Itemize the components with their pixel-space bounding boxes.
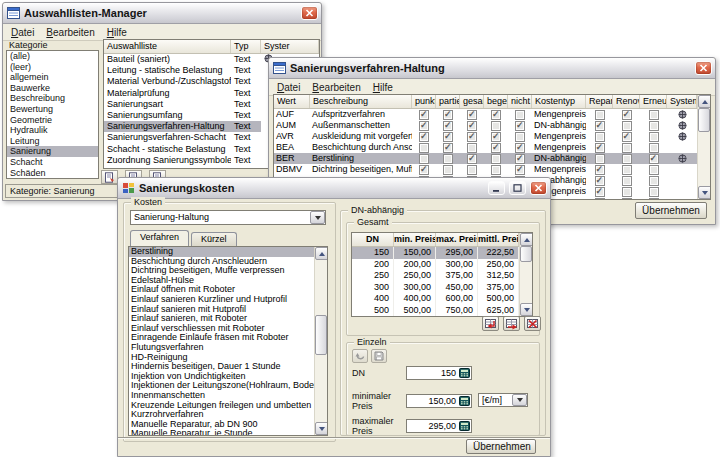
column-header[interactable]: Beschreibung xyxy=(310,95,412,108)
scroll-down-button[interactable] xyxy=(698,186,711,199)
check-erneuerung[interactable] xyxy=(649,110,659,120)
check-renovierung[interactable] xyxy=(622,198,632,200)
scroll-track[interactable] xyxy=(520,246,532,303)
add-price-row-button[interactable] xyxy=(482,316,499,331)
check-punktuell[interactable] xyxy=(419,132,429,142)
verfahren-item[interactable]: Manuelle Reparatur, ab DN 900 xyxy=(129,420,314,430)
column-header[interactable]: min. Preis xyxy=(394,233,436,246)
scroll-thumb[interactable] xyxy=(520,246,532,262)
scroll-up-button[interactable] xyxy=(315,247,328,260)
check-nicht-begehbar[interactable] xyxy=(515,121,525,131)
titlebar[interactable]: Sanierungsverfahren-Haltung xyxy=(269,58,715,79)
scroll-thumb[interactable] xyxy=(315,315,327,355)
column-header[interactable]: punktu xyxy=(412,95,436,108)
column-header[interactable]: Wert xyxy=(274,95,310,108)
check-punktuell[interactable] xyxy=(419,165,429,175)
verfahren-item[interactable]: Flutungsverfahren xyxy=(129,343,314,353)
kategorie-item[interactable]: Bewertung xyxy=(7,104,98,115)
check-partiell[interactable] xyxy=(443,110,453,120)
kategorie-item[interactable]: Geometrie xyxy=(7,115,98,126)
check-punktuell[interactable] xyxy=(419,154,429,164)
check-gesamt[interactable] xyxy=(467,165,477,175)
verfahren-item[interactable]: Beschichtung durch Anschleudern xyxy=(129,257,314,267)
check-partiell[interactable] xyxy=(443,154,453,164)
scroll-down-button[interactable] xyxy=(520,303,533,316)
check-erneuerung[interactable] xyxy=(649,165,659,175)
check-begehbar[interactable] xyxy=(491,165,501,175)
column-header[interactable]: Kostentyp xyxy=(532,95,586,108)
titlebar[interactable]: Auswahllisten-Manager xyxy=(3,3,321,24)
copy-price-row-button[interactable] xyxy=(503,316,520,331)
kategorie-item[interactable]: Sanierung xyxy=(7,146,98,157)
menu-item-datei[interactable]: Datei xyxy=(272,82,305,93)
check-renovierung[interactable] xyxy=(622,165,632,175)
kategorie-item[interactable]: Bauwerke xyxy=(7,83,98,94)
check-partiell[interactable] xyxy=(443,165,453,175)
check-nicht-begehbar[interactable] xyxy=(515,165,525,175)
verfahren-row[interactable]: BERBerstliningDN-abhängig xyxy=(274,153,697,164)
check-partiell[interactable] xyxy=(443,143,453,153)
scroll-thumb[interactable] xyxy=(698,108,710,132)
check-erneuerung[interactable] xyxy=(649,121,659,131)
check-reparatur[interactable] xyxy=(595,176,605,186)
check-gesamt[interactable] xyxy=(467,121,477,131)
column-header[interactable]: Renov xyxy=(613,95,640,108)
price-row[interactable]: 500500,00750,00625,00 xyxy=(352,305,519,317)
dropdown-button[interactable] xyxy=(512,394,527,406)
check-erneuerung[interactable] xyxy=(649,154,659,164)
kategorie-item[interactable]: Hydraulik xyxy=(7,125,98,136)
price-row[interactable]: 250250,00375,00312,50 xyxy=(352,270,519,282)
gesamt-price-table[interactable]: DNmin. Preismax. Preismittl. Preis 15015… xyxy=(351,232,533,317)
verfahren-item[interactable]: Edelstahl-Hülse xyxy=(129,276,314,286)
check-renovierung[interactable] xyxy=(622,176,632,186)
close-button[interactable] xyxy=(301,6,318,20)
kosten-combobox[interactable]: Sanierung-Haltung xyxy=(130,210,326,225)
dropdown-button[interactable] xyxy=(310,211,325,224)
check-nicht-begehbar[interactable] xyxy=(515,154,525,164)
scroll-track[interactable] xyxy=(315,260,327,422)
verfahren-item[interactable]: Kurzrohrverfahren xyxy=(129,410,314,420)
check-nicht-begehbar[interactable] xyxy=(515,132,525,142)
check-renovierung[interactable] xyxy=(622,121,632,131)
check-begehbar[interactable] xyxy=(491,154,501,164)
close-button[interactable] xyxy=(530,181,547,195)
apply-button[interactable]: Übernehmen xyxy=(466,439,536,454)
undo-button[interactable] xyxy=(352,349,368,363)
titlebar[interactable]: Sanierungskosten xyxy=(118,178,550,199)
vertical-scrollbar[interactable] xyxy=(314,247,327,435)
verfahren-item[interactable]: Einlauf verschliessen mit Roboter xyxy=(129,324,314,334)
check-gesamt[interactable] xyxy=(467,110,477,120)
check-partiell[interactable] xyxy=(443,132,453,142)
calculator-button[interactable] xyxy=(458,367,471,379)
verfahren-item[interactable]: Injektionen der Leitungszone(Hohlraum, B… xyxy=(129,381,314,391)
column-header[interactable]: Erneue xyxy=(640,95,667,108)
kategorie-item[interactable]: Leitung xyxy=(7,136,98,147)
verfahren-row[interactable]: AVRAuskleidung mit vorgefertigten RMenge… xyxy=(274,131,697,142)
column-header[interactable]: Typ xyxy=(231,40,261,53)
menu-item-bearbeiten[interactable]: Bearbeiten xyxy=(307,82,365,93)
kategorie-item[interactable]: Schacht xyxy=(7,157,98,168)
check-reparatur[interactable] xyxy=(595,165,605,175)
minimize-button[interactable] xyxy=(488,181,505,195)
calculator-button[interactable] xyxy=(458,395,471,407)
kategorie-item[interactable]: (alle) xyxy=(7,51,98,62)
verfahren-item[interactable]: Kreuzende Leitungen freilegen und umbett… xyxy=(129,401,314,411)
check-gesamt[interactable] xyxy=(467,132,477,142)
verfahren-row[interactable]: BEABeschichtung durch AnschleudMengenpre… xyxy=(274,142,697,153)
verfahren-item[interactable]: Dichtring beseitigen, Muffe verpressen xyxy=(129,266,314,276)
maximize-button[interactable] xyxy=(509,181,526,195)
column-header[interactable]: Auswahlliste xyxy=(104,40,231,53)
apply-button[interactable]: Übernehmen xyxy=(635,202,707,219)
verfahren-item[interactable]: Einlauf öffnen mit Roboter xyxy=(129,285,314,295)
column-header[interactable]: gesam xyxy=(460,95,484,108)
check-gesamt[interactable] xyxy=(467,143,477,153)
min-price-field[interactable]: 150,00 xyxy=(406,394,472,408)
kategorie-item[interactable]: (leer) xyxy=(7,62,98,73)
column-header[interactable]: partiell xyxy=(436,95,460,108)
verfahren-item[interactable]: Einragende Einläufe fräsen mit Roboter xyxy=(129,333,314,343)
verfahren-item[interactable]: Berstlining xyxy=(129,247,314,257)
check-punktuell[interactable] xyxy=(419,143,429,153)
check-renovierung[interactable] xyxy=(622,154,632,164)
menu-item-hilfe[interactable]: Hilfe xyxy=(368,82,398,93)
check-nicht-begehbar[interactable] xyxy=(515,143,525,153)
